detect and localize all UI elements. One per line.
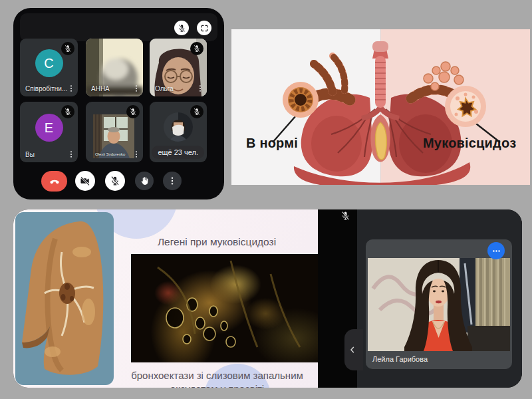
more-options-icon xyxy=(491,246,501,256)
participant-tile[interactable]: E Вы xyxy=(20,102,78,162)
more-options-icon xyxy=(167,176,178,186)
collapse-panel-button[interactable] xyxy=(344,329,363,370)
call-controls xyxy=(13,170,224,193)
participant-name: Вы xyxy=(25,151,35,158)
participant-name: АННА xyxy=(91,85,110,92)
hand-icon xyxy=(139,176,150,186)
mic-off-badge xyxy=(126,105,140,118)
slide-title: Легені при муковісцидозі xyxy=(118,236,315,248)
lung-specimen-photo xyxy=(15,212,114,385)
more-options-icon xyxy=(196,84,205,93)
more-options-icon xyxy=(66,150,76,159)
participant-tile[interactable]: Та ещё 23 чел. xyxy=(150,102,207,162)
more-options-icon xyxy=(132,84,141,93)
mic-off-icon xyxy=(129,108,137,116)
tile-menu-icon[interactable] xyxy=(66,83,76,94)
camera-off-icon xyxy=(80,176,90,186)
meet-panel: C Співробітни... xyxy=(13,8,224,200)
lungs-illustration: В нормі Муковісцидоз xyxy=(231,29,530,185)
avatar-photo xyxy=(164,112,193,142)
more-participants-badge[interactable]: ещё 23 чел. xyxy=(152,146,204,159)
more-options-button[interactable] xyxy=(163,172,182,190)
slide-caption-line2: ексудатом у просвіті xyxy=(116,383,318,388)
mic-off-icon xyxy=(110,176,120,186)
mic-off-badge xyxy=(190,105,203,118)
end-call-button[interactable] xyxy=(41,171,67,192)
mic-off-icon xyxy=(193,45,201,53)
camera-off-button[interactable] xyxy=(75,171,95,191)
avatar: C xyxy=(35,49,63,77)
bronchiectasis-photo xyxy=(131,254,318,362)
slide-caption-line1: бронхоектази зі слизовим запальним xyxy=(116,370,318,381)
phone-down-icon xyxy=(49,176,60,187)
tile-menu-icon[interactable] xyxy=(131,149,142,160)
lungs-diagram xyxy=(231,29,530,185)
more-options-icon xyxy=(132,150,141,159)
screenshot-collage: C Співробітни... xyxy=(0,0,532,399)
mic-off-icon xyxy=(64,108,72,116)
slide: Легені при муковісцидозі бронхоектази зі… xyxy=(13,209,318,388)
mic-off-badge xyxy=(190,42,203,55)
mic-off-icon xyxy=(193,108,201,116)
participant-name: Співробітни... xyxy=(25,85,67,92)
mic-off-badge xyxy=(61,105,74,118)
meet-topbar xyxy=(20,13,217,41)
participant-name: Olexii Sydorenko xyxy=(95,152,125,156)
tile-menu-icon[interactable] xyxy=(195,83,205,94)
speaker-video xyxy=(368,258,510,351)
label-normal: В нормі xyxy=(246,136,332,151)
avatar: E xyxy=(35,114,63,142)
participant-tile[interactable]: C Співробітни... xyxy=(20,39,78,96)
raise-hand-button[interactable] xyxy=(135,172,154,190)
tile-menu-icon[interactable] xyxy=(66,149,76,160)
olexii-video: Olexii Sydorenko xyxy=(93,114,134,158)
more-options-icon xyxy=(66,84,76,93)
tile-menu-icon[interactable] xyxy=(131,83,142,94)
speaker-tile[interactable]: Лейла Гарибова xyxy=(366,239,512,369)
mic-off-icon xyxy=(340,211,350,221)
participant-tile[interactable]: Olexii Sydorenko xyxy=(86,102,143,162)
topbar-mic-off-button[interactable] xyxy=(174,21,189,35)
mic-off-badge xyxy=(61,42,74,55)
speaker-name: Лейла Гарибова xyxy=(372,355,428,363)
participant-tile[interactable]: Ольга xyxy=(150,39,207,96)
mic-off-icon xyxy=(64,45,72,53)
participant-tile[interactable]: АННА xyxy=(86,39,143,96)
speaker-more-button[interactable] xyxy=(487,242,505,259)
fullscreen-icon xyxy=(200,24,209,33)
label-disease: Муковісцидоз xyxy=(423,136,526,151)
presentation-panel: Легені при муковісцидозі бронхоектази зі… xyxy=(13,209,522,388)
chevron-left-icon xyxy=(348,345,357,354)
mic-off-button[interactable] xyxy=(105,171,125,191)
participant-name: Ольга xyxy=(155,85,174,92)
fullscreen-button[interactable] xyxy=(197,21,211,35)
mic-off-icon xyxy=(178,24,186,33)
